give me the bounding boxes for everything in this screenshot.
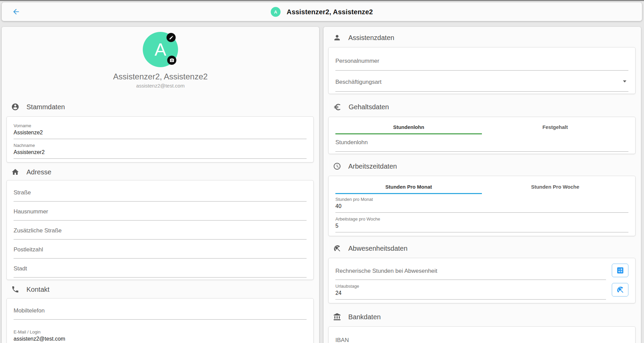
field-placeholder: Zusätzliche Straße bbox=[14, 227, 307, 234]
abwesenheitsdaten-card: Rechnerische Stunden bei Abwesenheit Url… bbox=[328, 258, 636, 303]
section-header-bankdaten: Bankdaten bbox=[333, 313, 633, 321]
field-placeholder: Personalnummer bbox=[335, 58, 628, 64]
profile-panel: A Assistenzer2, Assistenze2 assistenz2@t… bbox=[2, 27, 319, 343]
field-label: Urlaubstage bbox=[335, 284, 606, 289]
window-top-edge bbox=[0, 0, 644, 1]
tab-label: Festgehalt bbox=[542, 124, 568, 130]
tab-festgehalt[interactable]: Festgehalt bbox=[482, 119, 628, 134]
field-placeholder: Rechnerische Stunden bei Abwesenheit bbox=[335, 268, 606, 274]
field-label: Nachname bbox=[14, 143, 307, 148]
vorname-field[interactable]: Vorname Assistenze2 bbox=[14, 119, 307, 139]
field-placeholder: Stundenlohn bbox=[335, 139, 628, 146]
section-header-gehaltsdaten: Gehaltsdaten bbox=[333, 103, 633, 111]
arrow-back-icon bbox=[12, 7, 20, 16]
section-header-assistenzdaten: Assistenzdaten bbox=[333, 34, 633, 42]
chevron-down-icon[interactable] bbox=[623, 80, 626, 82]
stammdaten-card: Vorname Assistenze2 Nachname Assistenzer… bbox=[6, 116, 314, 163]
iban-field[interactable]: IBAN bbox=[335, 329, 628, 343]
clock-icon bbox=[333, 162, 341, 170]
person-icon bbox=[333, 34, 341, 42]
field-placeholder: Mobiltelefon bbox=[14, 307, 307, 314]
field-value: assistenz2@test.com bbox=[14, 336, 307, 342]
mobiltelefon-field[interactable]: Mobiltelefon bbox=[14, 301, 307, 320]
stundenlohn-field[interactable]: Stundenlohn bbox=[335, 134, 628, 152]
section-title: Abwesenheitsdaten bbox=[348, 245, 408, 252]
calculate-hours-button[interactable] bbox=[612, 264, 628, 277]
field-placeholder: Straße bbox=[14, 189, 307, 196]
urlaubstage-row: Urlaubstage 24 bbox=[335, 280, 628, 300]
employment-panel: Assistenzdaten Personalnummer Beschäftig… bbox=[324, 27, 641, 343]
pencil-icon bbox=[169, 35, 174, 40]
postleitzahl-field[interactable]: Postleitzahl bbox=[14, 240, 307, 259]
section-header-abwesenheitsdaten: Abwesenheitsdaten bbox=[333, 244, 633, 252]
arbeitszeitdaten-card: Stunden Pro Monat Stunden Pro Woche Stun… bbox=[328, 176, 636, 236]
vacation-days-button[interactable] bbox=[612, 283, 628, 297]
section-title: Assistenzdaten bbox=[348, 34, 394, 42]
kontakt-card: Mobiltelefon E-Mail / Login assistenz2@t… bbox=[6, 298, 314, 343]
profile-name: Assistenzer2, Assistenze2 bbox=[113, 72, 208, 81]
stadt-field[interactable]: Stadt bbox=[14, 259, 307, 278]
arbeitszeit-tab-bar: Stunden Pro Monat Stunden Pro Woche bbox=[335, 179, 628, 194]
section-header-adresse: Adresse bbox=[11, 168, 311, 176]
rechnerische-stunden-row: Rechnerische Stunden bei Abwesenheit bbox=[335, 261, 628, 280]
zusaetzliche-strasse-field[interactable]: Zusätzliche Straße bbox=[14, 221, 307, 240]
field-label: E-Mail / Login bbox=[14, 329, 307, 335]
section-header-kontakt: Kontakt bbox=[11, 285, 311, 293]
home-icon bbox=[11, 168, 19, 176]
field-value: Assistenzer2 bbox=[14, 149, 307, 155]
rechnerische-stunden-field[interactable]: Rechnerische Stunden bei Abwesenheit bbox=[335, 261, 606, 280]
field-placeholder: Hausnummer bbox=[14, 208, 307, 215]
beschaeftigungsart-select[interactable]: Beschäftigungsart bbox=[335, 71, 628, 92]
header-avatar: A bbox=[271, 7, 280, 17]
beach-umbrella-icon bbox=[616, 286, 624, 294]
tab-stunden-pro-woche[interactable]: Stunden Pro Woche bbox=[482, 179, 628, 194]
bank-icon bbox=[333, 313, 341, 321]
section-title: Arbeitszeitdaten bbox=[348, 163, 397, 170]
field-placeholder: IBAN bbox=[335, 337, 628, 343]
assistenzdaten-card: Personalnummer Beschäftigungsart bbox=[328, 47, 636, 94]
field-placeholder: Beschäftigungsart bbox=[335, 79, 628, 85]
top-app-bar: A Assistenzer2, Assistenze2 bbox=[2, 2, 642, 21]
edit-avatar-button[interactable] bbox=[167, 33, 176, 42]
section-title: Adresse bbox=[26, 168, 51, 176]
section-title: Kontakt bbox=[26, 286, 50, 293]
gehalt-tab-bar: Stundenlohn Festgehalt bbox=[335, 119, 628, 134]
back-button[interactable] bbox=[11, 7, 21, 17]
tab-label: Stunden Pro Monat bbox=[385, 184, 432, 190]
gehaltsdaten-card: Stundenlohn Festgehalt Stundenlohn bbox=[328, 117, 636, 154]
section-title: Bankdaten bbox=[348, 313, 381, 321]
stunden-pro-monat-field[interactable]: Stunden pro Monat 40 bbox=[335, 194, 628, 213]
field-label: Stunden pro Monat bbox=[335, 197, 628, 202]
section-title: Gehaltsdaten bbox=[349, 103, 389, 111]
email-login-field[interactable]: E-Mail / Login assistenz2@test.com bbox=[14, 326, 307, 343]
field-value: 40 bbox=[335, 203, 628, 209]
section-title: Stammdaten bbox=[26, 103, 65, 111]
hausnummer-field[interactable]: Hausnummer bbox=[14, 202, 307, 221]
profile-email: assistenz2@test.com bbox=[136, 83, 185, 89]
phone-icon bbox=[11, 285, 19, 293]
section-header-arbeitszeitdaten: Arbeitszeitdaten bbox=[333, 162, 633, 170]
field-placeholder: Postleitzahl bbox=[14, 246, 307, 253]
bankdaten-card: IBAN bbox=[328, 326, 636, 343]
field-label: Vorname bbox=[14, 123, 307, 128]
personalnummer-field[interactable]: Personalnummer bbox=[335, 50, 628, 71]
tab-label: Stundenlohn bbox=[393, 124, 424, 130]
adresse-card: Straße Hausnummer Zusätzliche Straße Pos… bbox=[6, 180, 314, 280]
arbeitstage-pro-woche-field[interactable]: Arbeitstage pro Woche 5 bbox=[335, 213, 628, 232]
field-value: 24 bbox=[335, 290, 606, 296]
nachname-field[interactable]: Nachname Assistenzer2 bbox=[14, 139, 307, 159]
euro-icon bbox=[333, 103, 341, 111]
page-title: Assistenzer2, Assistenze2 bbox=[287, 8, 373, 16]
tab-stundenlohn[interactable]: Stundenlohn bbox=[335, 119, 482, 134]
strasse-field[interactable]: Straße bbox=[14, 183, 307, 202]
field-value: 5 bbox=[335, 223, 628, 229]
urlaubstage-field[interactable]: Urlaubstage 24 bbox=[335, 280, 606, 300]
avatar-initial: A bbox=[155, 39, 167, 60]
camera-icon bbox=[170, 58, 174, 63]
tab-stunden-pro-monat[interactable]: Stunden Pro Monat bbox=[335, 179, 482, 194]
section-header-stammdaten: Stammdaten bbox=[11, 103, 311, 111]
account-circle-icon bbox=[11, 103, 19, 111]
upload-photo-button[interactable] bbox=[167, 56, 176, 65]
tab-label: Stunden Pro Woche bbox=[531, 184, 579, 190]
beach-umbrella-icon bbox=[333, 244, 341, 252]
